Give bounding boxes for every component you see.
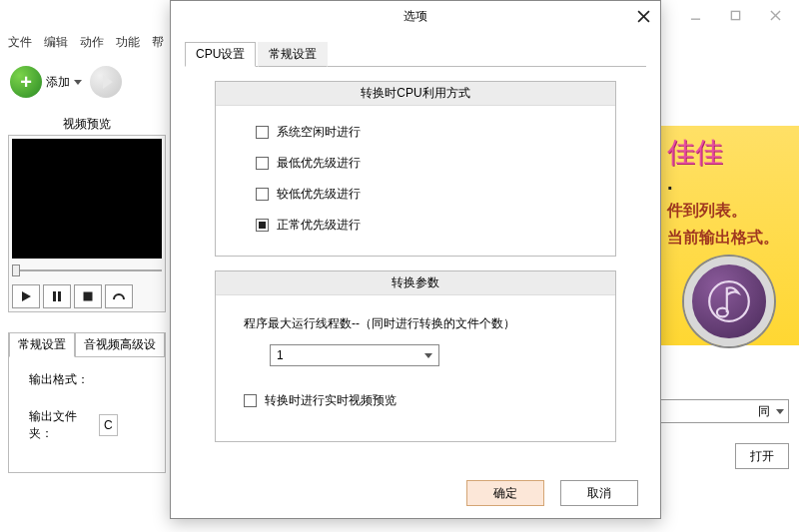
dialog-titlebar: 选项: [171, 1, 660, 31]
svg-rect-6: [84, 292, 93, 301]
right-combo-value: 同: [758, 403, 770, 420]
window-minimize-button[interactable]: [675, 1, 715, 29]
tab-av-advanced[interactable]: 音视频高级设: [75, 332, 165, 357]
settings-panel: 常规设置 音视频高级设 输出格式： 输出文件夹： C: [8, 332, 166, 473]
window-maximize-button[interactable]: [715, 1, 755, 29]
tab-general[interactable]: 常规设置: [9, 332, 75, 357]
checkbox-icon: [244, 394, 257, 407]
checkbox-checked-icon: [256, 219, 269, 232]
chevron-down-icon: [776, 409, 784, 414]
play-button[interactable]: [12, 284, 40, 308]
checkbox-icon: [256, 157, 269, 170]
convert-params-title: 转换参数: [216, 271, 615, 295]
music-icon: [684, 257, 774, 346]
option-normal[interactable]: 正常优先级进行: [256, 217, 575, 234]
menu-file[interactable]: 文件: [8, 34, 32, 51]
ad-logo-text: 佳佳: [667, 134, 791, 172]
convert-params-group: 转换参数 程序最大运行线程数--（同时进行转换的文件个数） 1 转换时进行实时视…: [215, 270, 616, 442]
left-panel: 视频预览 常规设置 音视频高级设 输出格式： 输出文件夹： C: [8, 116, 166, 473]
ad-line-1: 件到列表。: [667, 201, 791, 222]
option-idle-label: 系统空闲时进行: [277, 124, 361, 141]
svg-rect-4: [53, 291, 56, 301]
dialog-close-button[interactable]: [632, 5, 654, 27]
pause-button[interactable]: [43, 284, 71, 308]
option-lower-label: 较低优先级进行: [277, 186, 361, 203]
output-folder-input[interactable]: C: [99, 414, 118, 436]
max-threads-label: 程序最大运行线程数--（同时进行转换的文件个数）: [244, 315, 587, 332]
window-close-button[interactable]: [755, 1, 795, 29]
chevron-down-icon: [424, 353, 432, 358]
preview-title: 视频预览: [8, 116, 166, 135]
realtime-preview-option[interactable]: 转换时进行实时视频预览: [244, 392, 587, 409]
cpu-usage-group-title: 转换时CPU利用方式: [216, 82, 615, 106]
menu-edit[interactable]: 编辑: [44, 34, 68, 51]
cancel-button[interactable]: 取消: [560, 480, 638, 506]
option-lower[interactable]: 较低优先级进行: [256, 186, 575, 203]
right-controls: 同 打开: [659, 399, 789, 469]
add-button[interactable]: + 添加: [10, 66, 82, 98]
tab-cpu-settings[interactable]: CPU设置: [185, 42, 256, 67]
svg-rect-1: [731, 11, 739, 19]
preview-box: [8, 135, 166, 312]
max-threads-value: 1: [277, 348, 284, 362]
max-threads-select[interactable]: 1: [270, 344, 439, 366]
menu-help[interactable]: 帮: [152, 34, 164, 51]
realtime-preview-label: 转换时进行实时视频预览: [265, 392, 397, 409]
plus-icon: +: [10, 66, 42, 98]
option-normal-label: 正常优先级进行: [277, 217, 361, 234]
open-button[interactable]: 打开: [735, 443, 789, 469]
right-combo[interactable]: 同: [659, 399, 789, 423]
play-big-button[interactable]: [90, 66, 122, 98]
preview-slider[interactable]: [12, 263, 162, 278]
ad-line-2: 当前输出格式。: [667, 228, 791, 249]
stop-button[interactable]: [74, 284, 102, 308]
tab-general-settings[interactable]: 常规设置: [258, 42, 328, 67]
chevron-down-icon: [74, 80, 82, 85]
options-dialog: 选项 CPU设置 常规设置 转换时CPU利用方式 系统空闲时进行 最低优先级进行: [170, 0, 661, 519]
menu-function[interactable]: 功能: [116, 34, 140, 51]
ok-button[interactable]: 确定: [466, 480, 544, 506]
checkbox-icon: [256, 188, 269, 201]
output-format-label: 输出格式：: [29, 371, 99, 388]
output-folder-label: 输出文件夹：: [29, 408, 99, 442]
video-preview-area: [12, 139, 162, 259]
menu-action[interactable]: 动作: [80, 34, 104, 51]
snapshot-button[interactable]: [105, 284, 133, 308]
svg-rect-5: [58, 291, 61, 301]
option-lowest[interactable]: 最低优先级进行: [256, 155, 575, 172]
ad-panel: 佳佳 . 件到列表。 当前输出格式。: [659, 126, 799, 345]
add-button-label: 添加: [46, 74, 70, 91]
option-idle[interactable]: 系统空闲时进行: [256, 124, 575, 141]
dialog-tabs: CPU设置 常规设置: [185, 41, 646, 67]
checkbox-icon: [256, 126, 269, 139]
cpu-usage-group: 转换时CPU利用方式 系统空闲时进行 最低优先级进行 较低优先级进行 正常优先级…: [215, 81, 616, 257]
option-lowest-label: 最低优先级进行: [277, 155, 361, 172]
dialog-title: 选项: [403, 8, 427, 25]
